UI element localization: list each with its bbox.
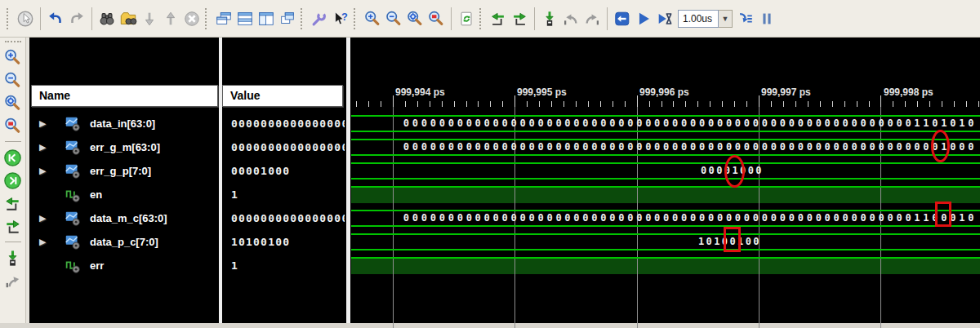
expand-triangle-icon[interactable]: ▶ xyxy=(39,166,46,176)
ruler-minor-tick xyxy=(808,101,808,107)
waveform-canvas[interactable]: 999,994 ps 999,995 ps 999,996 ps 999,997… xyxy=(351,38,980,328)
arrow-down-icon[interactable] xyxy=(140,9,159,29)
wave-row[interactable]: 00001000 xyxy=(351,159,980,183)
annotation-rect-data-p-c-bit xyxy=(724,227,741,252)
next-transition-icon[interactable] xyxy=(2,215,24,237)
find-in-files-icon[interactable] xyxy=(118,9,138,29)
step-back-curved-icon[interactable] xyxy=(561,9,581,29)
ruler-minor-tick xyxy=(746,101,747,107)
relaunch-icon[interactable] xyxy=(457,9,476,29)
signal-name-label: data_m_c[63:0] xyxy=(90,206,167,230)
bus-value-text: 0000000000000000000000000000000000000000… xyxy=(403,139,978,156)
toolbar-grip[interactable] xyxy=(205,8,209,29)
ruler-time-label: 999,994 ps xyxy=(395,86,445,98)
find-icon[interactable] xyxy=(97,9,117,29)
step-forward-curved-icon[interactable] xyxy=(582,9,602,29)
tile-horizontal-icon[interactable] xyxy=(235,9,255,29)
toolbar-grip[interactable] xyxy=(354,8,358,29)
signal-name-label: err_g_m[63:0] xyxy=(90,135,160,159)
value-column-header[interactable]: Value xyxy=(222,85,343,107)
signal-name-row[interactable]: ▶ data_in[63:0] xyxy=(29,112,219,135)
ruler-time-label: 999,997 ps xyxy=(761,86,811,98)
run-all-icon[interactable] xyxy=(634,9,653,29)
ruler-time-label: 999,995 ps xyxy=(517,86,567,98)
wave-row[interactable] xyxy=(351,183,980,206)
ruler-time-label: 999,998 ps xyxy=(884,86,933,98)
toolbar-grip[interactable] xyxy=(479,8,483,29)
ruler-minor-tick xyxy=(381,101,381,107)
toolbar-separator xyxy=(534,7,535,30)
wave-row[interactable]: 0000000000000000000000000000000000000000… xyxy=(351,135,980,159)
zoom-in-icon[interactable] xyxy=(2,47,24,68)
pause-icon[interactable] xyxy=(757,9,777,29)
run-time-input[interactable]: 1.00us xyxy=(678,10,719,28)
go-to-start-icon[interactable] xyxy=(2,147,24,168)
wave-row[interactable]: 0000000000000000000000000000000000000000… xyxy=(351,112,980,135)
signal-value-cell: 0000000000000000 xyxy=(222,112,345,135)
zoom-out-icon[interactable] xyxy=(2,69,24,91)
select-arrow-icon[interactable] xyxy=(16,9,35,29)
run-breakpoint-icon[interactable] xyxy=(540,9,559,29)
restart-icon[interactable] xyxy=(612,9,632,29)
zoom-selection-icon[interactable] xyxy=(426,9,446,29)
value-wave-splitter[interactable] xyxy=(346,38,350,323)
bus-rail xyxy=(351,233,980,235)
zoom-fit-icon[interactable] xyxy=(2,92,24,113)
close-x-icon[interactable] xyxy=(182,9,202,29)
redo-icon[interactable] xyxy=(67,9,87,29)
zoom-fit-icon[interactable] xyxy=(405,9,425,29)
arrow-up-icon[interactable] xyxy=(161,9,180,29)
next-transition-icon[interactable] xyxy=(510,9,529,29)
settings-wrench-icon[interactable] xyxy=(310,9,329,29)
signal-name-row[interactable]: ▶ data_m_c[63:0] xyxy=(29,206,219,230)
ruler-minor-tick xyxy=(612,101,613,107)
signal-name-row[interactable]: en xyxy=(29,183,219,206)
expand-triangle-icon[interactable]: ▶ xyxy=(39,118,46,129)
ruler-minor-tick xyxy=(929,101,930,107)
step-into-icon[interactable] xyxy=(736,9,755,29)
zoom-selection-icon[interactable] xyxy=(2,115,24,136)
wave-row[interactable]: 10100100 xyxy=(351,230,980,254)
signal-value-cell: 10100100 xyxy=(222,230,345,254)
wave-row[interactable] xyxy=(351,254,980,277)
run-breakpoint-icon[interactable] xyxy=(2,247,24,268)
signal-name-row[interactable]: ▶ data_p_c[7:0] xyxy=(29,230,219,254)
undo-icon[interactable] xyxy=(46,9,65,29)
chevron-down-icon[interactable]: ▼ xyxy=(719,10,733,28)
bus-rail xyxy=(351,178,980,180)
signal-value-cell: 0000000000000000 xyxy=(222,135,345,159)
cascade-windows-icon[interactable] xyxy=(214,9,234,29)
run-for-time-icon[interactable] xyxy=(655,9,675,29)
signal-name-row[interactable]: err xyxy=(29,254,219,277)
signal-name-label: data_in[63:0] xyxy=(90,112,155,135)
bus-signal-icon xyxy=(64,233,82,251)
expand-triangle-icon[interactable]: ▶ xyxy=(39,213,46,224)
signal-name-row[interactable]: ▶ err_g_p[7:0] xyxy=(29,159,219,183)
toolbar-separator xyxy=(451,7,452,30)
ruler-minor-tick xyxy=(771,101,772,107)
toolbar-grip[interactable] xyxy=(7,8,11,29)
prev-transition-icon[interactable] xyxy=(2,193,24,214)
wave-row[interactable]: 0000000000000000000000000000000000000000… xyxy=(351,206,980,230)
expand-triangle-icon[interactable]: ▶ xyxy=(39,237,46,247)
ruler-minor-tick xyxy=(588,101,589,107)
prev-transition-icon[interactable] xyxy=(488,9,508,29)
float-window-icon[interactable] xyxy=(278,9,297,29)
ruler-minor-tick xyxy=(478,101,479,107)
tile-vertical-icon[interactable] xyxy=(256,9,276,29)
ruler-minor-tick xyxy=(454,101,455,107)
go-to-end-icon[interactable] xyxy=(2,170,24,191)
ruler-minor-tick xyxy=(710,101,710,107)
toolbar-grip[interactable] xyxy=(301,8,305,29)
ruler-minor-tick xyxy=(722,101,723,107)
help-cursor-icon[interactable]: ? xyxy=(331,9,350,29)
ruler-minor-tick xyxy=(356,101,357,107)
annotation-ellipse-err-g-m-bit xyxy=(931,130,950,162)
zoom-out-icon[interactable] xyxy=(384,9,403,29)
signal-name-row[interactable]: ▶ err_g_m[63:0] xyxy=(29,135,219,159)
toolbar-grip[interactable] xyxy=(5,41,21,44)
zoom-in-icon[interactable] xyxy=(363,9,382,29)
name-column-header[interactable]: Name xyxy=(31,85,218,107)
swap-curved-arrow-icon[interactable] xyxy=(2,270,24,291)
expand-triangle-icon[interactable]: ▶ xyxy=(39,142,46,153)
